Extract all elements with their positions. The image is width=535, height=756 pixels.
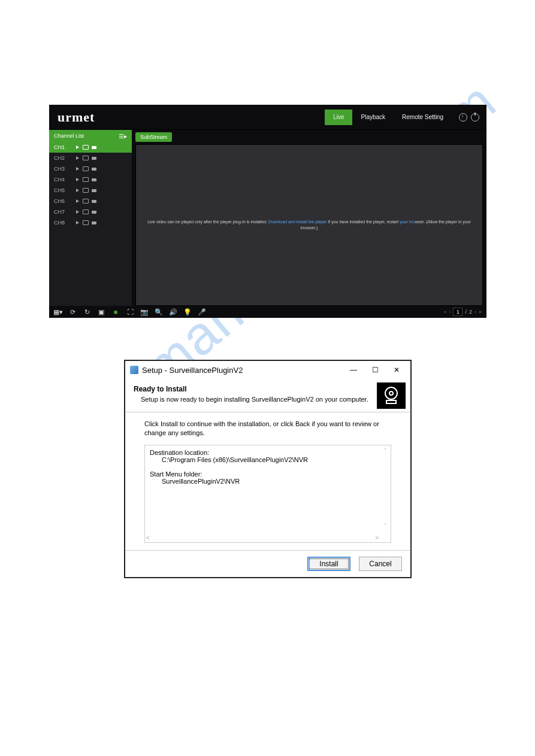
channel-row-ch5[interactable]: CH5 <box>49 185 132 196</box>
install-disc-icon <box>377 382 406 409</box>
layout-grid-icon[interactable]: ▦▾ <box>54 308 62 316</box>
instruction-text: Click Install to continue with the insta… <box>144 420 391 438</box>
volume-icon[interactable]: 🔊 <box>169 308 177 316</box>
sidebar: Channel List ☰▸ CH1CH2CH3CH4CH5CH6CH7CH8 <box>49 130 132 306</box>
svg-point-1 <box>389 391 393 395</box>
titlebar: Setup - SurveillancePluginV2 — ☐ ✕ <box>125 361 410 379</box>
capture-icon[interactable] <box>91 177 97 183</box>
play-icon[interactable] <box>74 209 80 215</box>
page-first-icon[interactable]: « <box>443 309 446 315</box>
cancel-button[interactable]: Cancel <box>359 557 402 571</box>
summary-textbox[interactable]: Destination location: C:\Program Files (… <box>144 445 391 543</box>
channel-row-ch4[interactable]: CH4 <box>49 174 132 185</box>
record-icon[interactable] <box>83 166 89 172</box>
nvr-app-window: urmet Live Playback Remote Setting Chann… <box>49 105 486 318</box>
video-pane: Live video can be played only after the … <box>135 144 483 306</box>
channel-label: CH7 <box>54 209 72 215</box>
capture-icon[interactable] <box>91 155 97 161</box>
channel-row-ch2[interactable]: CH2 <box>49 153 132 163</box>
record-icon[interactable] <box>83 144 89 150</box>
minimize-button[interactable]: — <box>344 363 362 377</box>
channel-list-label: Channel List <box>54 133 84 139</box>
installer-dialog: Setup - SurveillancePluginV2 — ☐ ✕ Ready… <box>124 360 412 578</box>
play-icon[interactable] <box>74 166 80 172</box>
install-button[interactable]: Install <box>307 557 350 571</box>
capture-icon[interactable] <box>91 209 97 215</box>
nav-remote-setting-button[interactable]: Remote Setting <box>394 110 452 125</box>
restart-browser-link[interactable]: your bro <box>400 220 415 224</box>
scroll-right-icon[interactable]: > <box>375 535 379 541</box>
channel-row-ch7[interactable]: CH7 <box>49 207 132 217</box>
page-current[interactable]: 1 <box>453 308 463 316</box>
zoom-icon[interactable]: 🔍 <box>155 308 163 316</box>
channel-label: CH5 <box>54 187 72 193</box>
page-last-icon[interactable]: » <box>479 309 482 315</box>
record-icon[interactable] <box>83 209 89 215</box>
page-next-icon[interactable]: › <box>474 309 476 315</box>
capture-icon[interactable] <box>91 198 97 204</box>
stream-select-button[interactable]: SubStream <box>135 132 172 142</box>
channel-label: CH4 <box>54 177 72 183</box>
play-icon[interactable] <box>74 155 80 161</box>
channel-row-ch8[interactable]: CH8 <box>49 217 132 228</box>
record-icon[interactable] <box>83 177 89 183</box>
nav-playback-button[interactable]: Playback <box>352 110 394 125</box>
aspect-original-icon[interactable]: ▣ <box>97 308 105 316</box>
capture-icon[interactable] <box>91 166 97 172</box>
talk-icon[interactable]: 🎤 <box>198 308 206 316</box>
play-icon[interactable] <box>74 198 80 204</box>
light-icon[interactable]: 💡 <box>183 308 192 316</box>
record-icon[interactable] <box>83 220 89 226</box>
capture-icon[interactable] <box>91 144 97 150</box>
svg-rect-2 <box>386 400 396 403</box>
dialog-title: Setup - SurveillancePluginV2 <box>142 366 341 375</box>
record-icon[interactable] <box>83 187 89 193</box>
dest-label: Destination location: <box>150 449 386 456</box>
topbar: urmet Live Playback Remote Setting <box>49 105 486 130</box>
play-icon[interactable] <box>74 220 80 226</box>
power-icon[interactable] <box>471 113 479 122</box>
page-sep: / <box>465 309 467 315</box>
aspect-stretch-icon[interactable]: ■ <box>111 308 120 316</box>
refresh-icon[interactable]: ⟳ <box>68 308 77 316</box>
main-area: SubStream Live video can be played only … <box>132 130 486 306</box>
pager: « ‹ 1 / 2 › » <box>443 308 482 316</box>
scroll-left-icon[interactable]: < <box>146 535 150 541</box>
header-subtitle: Setup is now ready to begin installing S… <box>134 396 402 403</box>
dialog-header: Ready to Install Setup is now ready to b… <box>125 379 410 412</box>
maximize-button[interactable]: ☐ <box>366 363 384 377</box>
scroll-down-icon[interactable]: ˅ <box>381 522 389 530</box>
svg-point-0 <box>385 387 397 399</box>
fullscreen-icon[interactable]: ⛶ <box>126 308 134 316</box>
download-player-link[interactable]: Download and install the player <box>268 220 327 224</box>
header-title: Ready to Install <box>134 385 402 393</box>
scroll-up-icon[interactable]: ˄ <box>381 447 389 455</box>
menu-label: Start Menu folder: <box>150 470 386 478</box>
dest-path: C:\Program Files (x86)\SurveillancePlugi… <box>162 456 386 463</box>
play-icon[interactable] <box>74 187 80 193</box>
play-icon[interactable] <box>74 144 80 150</box>
info-icon[interactable] <box>459 113 467 122</box>
button-bar: Install Cancel <box>125 550 410 577</box>
channel-label: CH8 <box>54 220 72 226</box>
record-icon[interactable] <box>83 198 89 204</box>
channel-label: CH1 <box>54 144 72 150</box>
snapshot-icon[interactable]: 📷 <box>140 308 149 316</box>
menu-toggle-icon[interactable]: ☰▸ <box>119 133 127 139</box>
channel-row-ch1[interactable]: CH1 <box>49 142 132 153</box>
page-prev-icon[interactable]: ‹ <box>449 309 451 315</box>
channel-list-header[interactable]: Channel List ☰▸ <box>49 130 132 142</box>
play-icon[interactable] <box>74 177 80 183</box>
capture-icon[interactable] <box>91 220 97 226</box>
channel-row-ch3[interactable]: CH3 <box>49 163 132 174</box>
channel-row-ch6[interactable]: CH6 <box>49 196 132 207</box>
record-icon[interactable] <box>83 155 89 161</box>
nav-live-button[interactable]: Live <box>325 110 352 125</box>
channel-label: CH3 <box>54 166 72 172</box>
video-msg-2: If you have installed the player, restar… <box>328 220 400 224</box>
capture-icon[interactable] <box>91 187 97 193</box>
menu-path: SurveillancePluginV2\NVR <box>162 478 386 485</box>
cycle-icon[interactable]: ↻ <box>83 308 91 316</box>
close-button[interactable]: ✕ <box>388 363 406 377</box>
setup-app-icon <box>130 366 138 374</box>
